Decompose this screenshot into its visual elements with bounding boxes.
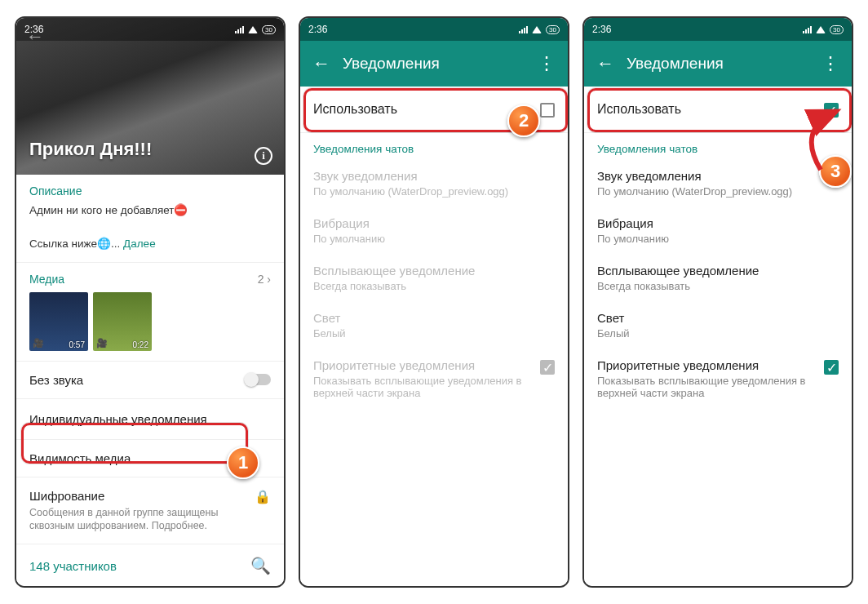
overflow-menu-icon[interactable]: ⋮ <box>530 53 563 74</box>
status-bar: 2:36 30 <box>300 18 568 41</box>
screen-notifications-disabled: 2:36 30 ← Уведомления ⋮ Использовать Уве… <box>299 16 569 588</box>
overflow-menu-icon[interactable]: ⋮ <box>814 53 847 74</box>
use-custom-row[interactable]: Использовать <box>300 87 568 133</box>
priority-row[interactable]: Приоритетные уведомления Показывать вспл… <box>584 349 852 409</box>
info-icon[interactable]: i <box>255 147 272 165</box>
vibration-row[interactable]: Вибрация По умолчанию <box>584 207 852 255</box>
priority-row: Приоритетные уведомления Показывать вспл… <box>300 349 568 409</box>
description-section[interactable]: Описание Админ ни кого не добавляет⛔ Ссы… <box>16 175 284 263</box>
participants-count[interactable]: 148 участников <box>29 559 117 573</box>
video-icon: 🎥 <box>96 338 108 349</box>
appbar-title: Уведомления <box>622 55 814 73</box>
media-section[interactable]: Медиа 2 › 🎥 0:57 🎥 0:22 <box>16 263 284 362</box>
media-thumbnail[interactable]: 🎥 0:22 <box>93 292 152 351</box>
battery-icon: 30 <box>830 25 844 34</box>
status-time: 2:36 <box>592 24 611 35</box>
encryption-row[interactable]: Шифрование Сообщения в данной группе защ… <box>16 477 284 545</box>
signal-icon <box>235 25 244 33</box>
battery-icon: 30 <box>546 25 560 34</box>
screen-group-info: 2:36 30 ← Прикол Дня!!! i Описание Админ… <box>15 16 286 588</box>
search-icon[interactable]: 🔍 <box>250 556 271 575</box>
media-label: Медиа <box>29 273 64 286</box>
status-time: 2:36 <box>24 24 43 35</box>
app-bar: ← Уведомления ⋮ <box>300 41 568 87</box>
light-row: Свет Белый <box>300 302 568 349</box>
priority-checkbox: ✓ <box>540 360 555 375</box>
wifi-icon <box>816 26 826 33</box>
mute-toggle[interactable] <box>245 374 271 385</box>
group-header-image[interactable]: ← Прикол Дня!!! i <box>16 18 284 175</box>
more-link[interactable]: Далее <box>123 238 156 250</box>
appbar-title: Уведомления <box>338 55 530 73</box>
status-time: 2:36 <box>308 24 327 35</box>
notification-sound-row[interactable]: Звук уведомления По умолчанию (WaterDrop… <box>584 160 852 207</box>
video-icon: 🎥 <box>33 338 44 349</box>
use-custom-row[interactable]: Использовать ✓ <box>584 87 852 133</box>
wifi-icon <box>532 26 542 33</box>
notification-sound-row: Звук уведомления По умолчанию (WaterDrop… <box>300 160 568 207</box>
status-bar: 2:36 30 <box>584 18 852 41</box>
lock-icon: 🔒 <box>255 489 271 504</box>
group-title: Прикол Дня!!! <box>29 139 152 160</box>
signal-icon <box>519 25 528 33</box>
app-bar: ← Уведомления ⋮ <box>584 41 852 87</box>
media-visibility-row[interactable]: Видимость медиа <box>16 440 284 477</box>
media-count: 2 › <box>258 273 271 286</box>
priority-checkbox[interactable]: ✓ <box>824 360 839 375</box>
mute-row[interactable]: Без звука <box>16 362 284 399</box>
custom-notifications-row[interactable]: Индивидуальные уведомления <box>16 399 284 440</box>
battery-icon: 30 <box>262 25 276 34</box>
description-text: Админ ни кого не добавляет⛔ Ссылка ниже🌐… <box>29 202 271 252</box>
status-bar: 2:36 30 <box>16 18 284 41</box>
chat-notifications-heading: Уведомления чатов <box>300 133 568 160</box>
light-row[interactable]: Свет Белый <box>584 302 852 349</box>
vibration-row: Вибрация По умолчанию <box>300 207 568 255</box>
popup-row: Всплывающее уведомление Всегда показыват… <box>300 255 568 302</box>
signal-icon <box>803 25 812 33</box>
use-checkbox-checked[interactable]: ✓ <box>824 103 839 118</box>
chat-notifications-heading: Уведомления чатов <box>584 133 852 160</box>
description-heading: Описание <box>29 184 271 198</box>
media-thumbnail[interactable]: 🎥 0:57 <box>29 292 88 351</box>
screen-notifications-enabled: 2:36 30 ← Уведомления ⋮ Использовать ✓ У… <box>582 16 853 588</box>
use-checkbox-unchecked[interactable] <box>540 103 555 118</box>
wifi-icon <box>248 26 258 33</box>
popup-row[interactable]: Всплывающее уведомление Всегда показыват… <box>584 255 852 302</box>
back-icon[interactable]: ← <box>305 53 338 74</box>
back-icon[interactable]: ← <box>589 53 622 74</box>
